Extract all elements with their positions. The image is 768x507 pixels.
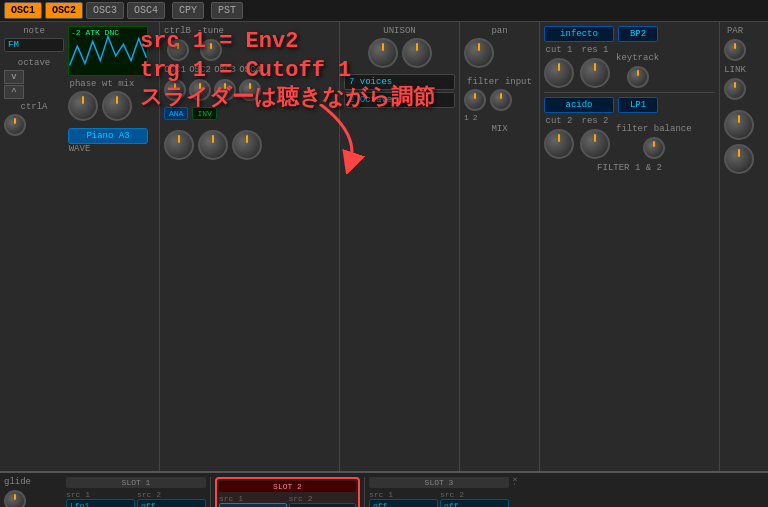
ctrla-knob[interactable] xyxy=(4,114,26,136)
filter-preset4[interactable]: LP1 xyxy=(618,97,658,113)
copy-button[interactable]: CPY xyxy=(172,2,204,19)
osc1-knob[interactable] xyxy=(164,79,186,101)
octave-up-button[interactable]: ^ xyxy=(4,85,24,99)
ctrlb-knob[interactable] xyxy=(167,39,189,61)
note-dropdown[interactable]: FM xyxy=(4,38,64,52)
slot1-column: SLOT 1 src 1 Lfo1 src 2 off trg 1 Osc1 W… xyxy=(66,477,206,507)
slot1-header: SLOT 1 xyxy=(66,477,206,488)
osc4-label: OSC4 xyxy=(239,65,261,75)
ana-button[interactable]: ANA xyxy=(164,107,188,120)
osc-mod-knob3[interactable] xyxy=(232,130,262,160)
slot3-src2-label: src 2 xyxy=(440,490,509,499)
note-label: note xyxy=(4,26,64,36)
slot3-src2-dropdown[interactable]: off xyxy=(440,499,509,507)
tab-osc2[interactable]: OSC2 xyxy=(45,2,83,19)
osc3-knob[interactable] xyxy=(214,79,236,101)
glide-knob[interactable] xyxy=(4,490,26,507)
mod-left-controls: glide LOG bender up 02 down 02 DRIFT xyxy=(4,477,64,507)
keytrack-label: keytrack xyxy=(616,53,659,63)
link-knob[interactable] xyxy=(724,78,746,100)
preset-button[interactable]: Piano A3 xyxy=(68,128,148,144)
cut2-knob[interactable] xyxy=(544,129,574,159)
osc4-knob[interactable] xyxy=(239,79,261,101)
osc-mod-knob2[interactable] xyxy=(198,130,228,160)
mix-val1: 1 xyxy=(464,113,469,122)
res2-knob[interactable] xyxy=(580,129,610,159)
osc2-knob[interactable] xyxy=(189,79,211,101)
wtmix-knob[interactable] xyxy=(102,91,132,121)
res1-label: res 1 xyxy=(581,45,608,55)
slot2-src1-dropdown[interactable]: Env2 xyxy=(219,503,287,507)
paste-button[interactable]: PST xyxy=(211,2,243,19)
filter-balance-label: filter balance xyxy=(616,124,692,134)
octave-mode-button[interactable]: 2 Octave xyxy=(344,92,455,108)
cut2-label: cut 2 xyxy=(545,116,572,126)
mix-label: MIX xyxy=(464,124,535,134)
filter-panel: infecto BP2 cut 1 res 1 keytrack acido L… xyxy=(540,22,720,471)
filter-preset3[interactable]: acido xyxy=(544,97,614,113)
slot1-src2-dropdown[interactable]: off xyxy=(137,499,206,507)
octave-label: octave xyxy=(4,58,64,68)
unison-label: UNISON xyxy=(344,26,455,36)
slot2-column: SLOT 2 src 1 Env2 src 2 off trg 1 Cutoff… xyxy=(215,477,360,507)
unison-knob1[interactable] xyxy=(368,38,398,68)
osc1-label: OSC1 xyxy=(164,65,186,75)
slot3-column: SLOT 3 src 1 off src 2 off trg 1 off trg… xyxy=(369,477,509,507)
octave-controls: v ^ xyxy=(4,70,64,99)
display-labels: -2 ATK DNC xyxy=(71,28,119,37)
res2-label: res 2 xyxy=(581,116,608,126)
filter-preset2[interactable]: BP2 xyxy=(618,26,658,42)
mod-right-extra: x- xyxy=(511,477,541,507)
filter-input-knob2[interactable] xyxy=(490,89,512,111)
pan-label: pan xyxy=(464,26,535,36)
slot2-src2-label: src 2 xyxy=(289,494,357,503)
filter-balance-knob[interactable] xyxy=(643,137,665,159)
cut1-knob[interactable] xyxy=(544,58,574,88)
slot3-src1-label: src 1 xyxy=(369,490,438,499)
filter-preset1[interactable]: infecto xyxy=(544,26,614,42)
slot2-src2-dropdown[interactable]: off xyxy=(289,503,357,507)
slot3-src1-dropdown[interactable]: off xyxy=(369,499,438,507)
osc2-label: OSC2 xyxy=(189,65,211,75)
synth-body: note FM octave v ^ ctrlA -2 ATK DNC xyxy=(0,22,768,471)
slot-divider-2 xyxy=(364,477,365,507)
slot-divider-1 xyxy=(210,477,211,507)
ctrlb-label: ctrlB xyxy=(164,26,191,36)
osc3-label: OSC3 xyxy=(214,65,236,75)
right-knob1[interactable] xyxy=(724,110,754,140)
inv-button[interactable]: INV xyxy=(192,107,216,120)
octave-down-button[interactable]: v xyxy=(4,70,24,84)
slot2-header: SLOT 2 xyxy=(219,481,356,492)
tab-osc1[interactable]: OSC1 xyxy=(4,2,42,19)
par-label: PAR xyxy=(727,26,743,36)
osc-mid-panel: ctrlB -tune OSC1 OSC2 OSC3 OSC4 xyxy=(160,22,340,471)
tab-osc3[interactable]: OSC3 xyxy=(86,2,124,19)
tab-osc4[interactable]: OSC4 xyxy=(127,2,165,19)
keytrack-knob[interactable] xyxy=(627,66,649,88)
ctrla-label: ctrlA xyxy=(4,102,64,112)
slot1-src2-label: src 2 xyxy=(137,490,206,499)
slot3-header: SLOT 3 xyxy=(369,477,509,488)
mix-panel: pan filter input 1 2 MIX xyxy=(460,22,540,471)
modulation-area: glide LOG bender up 02 down 02 DRIFT SLO… xyxy=(0,471,768,507)
right-knob2[interactable] xyxy=(724,144,754,174)
wtmix-label: wt mix xyxy=(102,79,134,89)
filter-input-label: filter input xyxy=(464,77,535,87)
voices-button[interactable]: 7 voices xyxy=(344,74,455,90)
par-knob[interactable] xyxy=(724,39,746,61)
top-bar: OSC1 OSC2 OSC3 OSC4 CPY PST xyxy=(0,0,768,22)
unison-knob2[interactable] xyxy=(402,38,432,68)
unison-panel: UNISON 7 voices 2 Octave xyxy=(340,22,460,471)
phase-knob[interactable] xyxy=(68,91,98,121)
detune-knob[interactable] xyxy=(200,39,222,61)
detune-label: -tune xyxy=(197,26,224,36)
filter-input-knob1[interactable] xyxy=(464,89,486,111)
slot2-src1-label: src 1 xyxy=(219,494,287,503)
pan-knob[interactable] xyxy=(464,38,494,68)
osc-mod-knob1[interactable] xyxy=(164,130,194,160)
slot1-src1-dropdown[interactable]: Lfo1 xyxy=(66,499,135,507)
slot1-src1-label: src 1 xyxy=(66,490,135,499)
res1-knob[interactable] xyxy=(580,58,610,88)
filter-label: FILTER 1 & 2 xyxy=(544,163,715,173)
link-label: LINK xyxy=(724,65,746,75)
